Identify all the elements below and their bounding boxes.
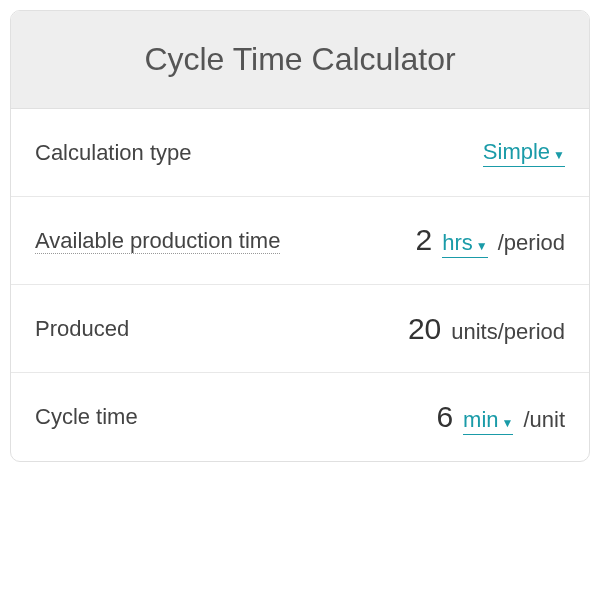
cycle-time-suffix: /unit (523, 407, 565, 433)
row-available-production-time: Available production time 2 hrs ▼ /perio… (11, 197, 589, 285)
calculator-card: Cycle Time Calculator Calculation type S… (10, 10, 590, 462)
available-production-time-unit-dropdown[interactable]: hrs ▼ (442, 230, 487, 258)
value-cycle-time: 6 min ▼ /unit (436, 400, 565, 435)
calculation-type-dropdown[interactable]: Simple ▼ (483, 139, 565, 167)
label-produced: Produced (35, 316, 408, 342)
label-available-production-time: Available production time (35, 228, 416, 254)
chevron-down-icon: ▼ (476, 239, 488, 253)
row-calculation-type: Calculation type Simple ▼ (11, 109, 589, 197)
chevron-down-icon: ▼ (502, 416, 514, 430)
value-produced: 20 units/period (408, 312, 565, 346)
value-calculation-type: Simple ▼ (483, 139, 565, 167)
cycle-time-unit: min (463, 407, 498, 433)
available-production-time-input[interactable]: 2 (416, 223, 433, 257)
available-production-time-suffix: /period (498, 230, 565, 256)
label-calculation-type: Calculation type (35, 140, 483, 166)
cycle-time-unit-dropdown[interactable]: min ▼ (463, 407, 513, 435)
row-cycle-time: Cycle time 6 min ▼ /unit (11, 373, 589, 461)
cycle-time-output: 6 (436, 400, 453, 434)
label-cycle-time: Cycle time (35, 404, 436, 430)
calculation-type-value: Simple (483, 139, 550, 165)
produced-input[interactable]: 20 (408, 312, 441, 346)
row-produced: Produced 20 units/period (11, 285, 589, 373)
header: Cycle Time Calculator (11, 11, 589, 109)
chevron-down-icon: ▼ (553, 148, 565, 162)
value-available-production-time: 2 hrs ▼ /period (416, 223, 565, 258)
produced-suffix: units/period (451, 319, 565, 345)
available-production-time-unit: hrs (442, 230, 473, 256)
page-title: Cycle Time Calculator (31, 41, 569, 78)
